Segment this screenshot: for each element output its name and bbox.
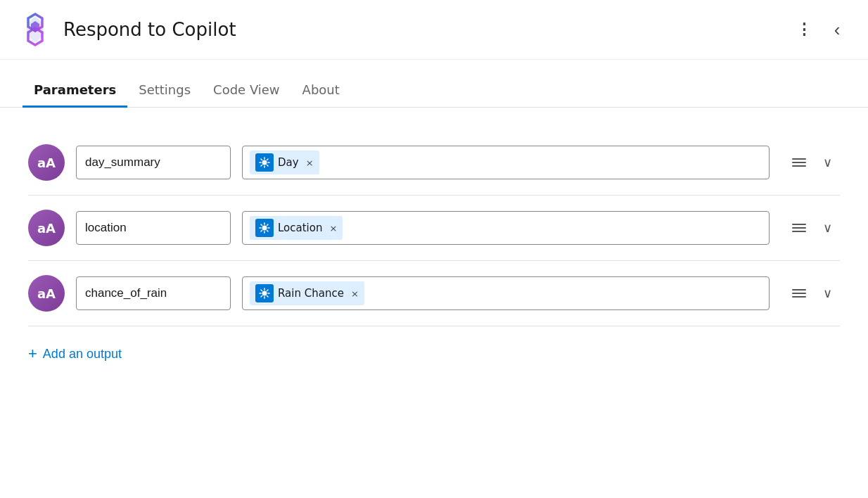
param-name-input-3[interactable]	[76, 276, 231, 310]
hamburger-button-2[interactable]	[786, 215, 812, 241]
value-chip-2: Location ×	[250, 216, 343, 240]
row-actions-2: ∨	[786, 215, 840, 241]
svg-point-19	[262, 291, 267, 296]
chevron-button-1[interactable]: ∨	[815, 150, 840, 175]
svg-line-27	[261, 296, 262, 298]
back-button[interactable]: ‹	[823, 15, 851, 44]
chevron-down-icon-2: ∨	[823, 220, 832, 236]
param-row-1: aA	[28, 130, 840, 195]
sun-icon-3	[259, 288, 270, 299]
sun-icon-2	[259, 222, 270, 234]
row-actions-1: ∨	[786, 150, 840, 175]
chip-close-2[interactable]: ×	[329, 224, 337, 233]
menu-icon-1	[792, 158, 806, 167]
row-actions-3: ∨	[786, 281, 840, 306]
chip-label-3: Rain Chance	[278, 287, 344, 300]
param-name-input-2[interactable]	[76, 211, 231, 245]
param-section-3: aA	[28, 261, 840, 326]
tab-about[interactable]: About	[291, 74, 351, 108]
tabs-bar: Parameters Settings Code View About	[0, 74, 868, 108]
tab-settings[interactable]: Settings	[127, 74, 202, 108]
tab-code-view[interactable]: Code View	[202, 74, 291, 108]
chevron-down-icon-3: ∨	[823, 286, 832, 301]
value-field-1[interactable]: Day ×	[242, 146, 770, 179]
chip-close-3[interactable]: ×	[351, 289, 359, 298]
hamburger-button-3[interactable]	[786, 281, 812, 306]
chevron-down-icon-1: ∨	[823, 155, 832, 170]
hamburger-button-1[interactable]	[786, 150, 812, 175]
svg-line-17	[267, 224, 269, 226]
chip-label-1: Day	[278, 156, 299, 169]
header-left: Respond to Copilot	[17, 11, 236, 48]
svg-line-6	[261, 159, 262, 160]
tab-parameters[interactable]: Parameters	[23, 74, 127, 108]
svg-line-18	[261, 231, 262, 232]
svg-line-25	[267, 296, 269, 298]
avatar-2: aA	[28, 210, 65, 246]
svg-line-26	[267, 290, 269, 291]
chip-label-2: Location	[278, 222, 322, 234]
svg-point-1	[262, 160, 267, 165]
avatar-3: aA	[28, 275, 65, 312]
param-section-1: aA	[28, 130, 840, 196]
app-logo	[17, 11, 53, 48]
add-output-label: Add an output	[43, 347, 122, 362]
svg-line-24	[261, 290, 262, 291]
add-output-button[interactable]: + Add an output	[28, 326, 122, 362]
parameters-content: aA	[0, 108, 868, 384]
back-icon: ‹	[834, 19, 841, 41]
chevron-button-2[interactable]: ∨	[815, 215, 840, 241]
header: Respond to Copilot ⋮ ‹	[0, 0, 868, 60]
avatar-1: aA	[28, 144, 65, 181]
svg-line-9	[261, 165, 262, 167]
param-section-2: aA	[28, 196, 840, 261]
sun-icon	[259, 157, 270, 168]
more-options-button[interactable]: ⋮	[789, 15, 817, 44]
chip-icon-2	[255, 219, 274, 237]
page-title: Respond to Copilot	[63, 19, 236, 40]
header-actions: ⋮ ‹	[789, 15, 851, 44]
value-chip-3: Rain Chance ×	[250, 281, 364, 305]
param-row-3: aA	[28, 261, 840, 326]
param-row-2: aA	[28, 196, 840, 260]
plus-icon: +	[28, 346, 37, 362]
more-vertical-icon: ⋮	[796, 20, 811, 39]
chip-close-1[interactable]: ×	[306, 158, 314, 167]
svg-line-7	[267, 165, 269, 167]
svg-line-15	[261, 224, 262, 226]
svg-line-16	[267, 231, 269, 232]
menu-icon-2	[792, 224, 806, 232]
svg-point-10	[262, 226, 267, 231]
param-name-input-1[interactable]	[76, 146, 231, 179]
chip-icon-1	[255, 153, 274, 172]
chip-icon-3	[255, 284, 274, 302]
value-field-3[interactable]: Rain Chance ×	[242, 276, 770, 310]
value-field-2[interactable]: Location ×	[242, 211, 770, 245]
chevron-button-3[interactable]: ∨	[815, 281, 840, 306]
svg-line-8	[267, 159, 269, 160]
menu-icon-3	[792, 289, 806, 298]
value-chip-1: Day ×	[250, 151, 319, 174]
